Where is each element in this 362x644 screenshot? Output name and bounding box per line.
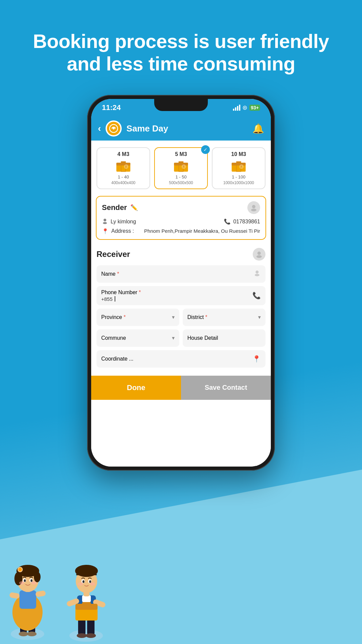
- name-input-icon: [253, 269, 261, 278]
- svg-point-44: [18, 568, 22, 571]
- package-name-5m3: 5 M3: [158, 151, 204, 157]
- svg-point-1: [113, 127, 115, 129]
- svg-point-47: [24, 579, 26, 582]
- svg-point-23: [103, 222, 107, 224]
- wifi-icon: ⊛: [242, 104, 247, 111]
- province-dropdown-arrow: ▾: [172, 314, 175, 320]
- app-content: 4 M3 A 1 - 40 400x400x400: [91, 141, 271, 467]
- svg-point-22: [104, 219, 106, 221]
- characters-container: [0, 547, 114, 644]
- location-icon: 📍: [102, 228, 109, 234]
- app-header: ‹ Same Day 🔔: [91, 116, 271, 141]
- sender-name: Ly kimlong: [111, 219, 136, 225]
- phone-frame: 11:24 ⊛ 93+ ‹: [87, 95, 275, 471]
- done-button[interactable]: Done: [91, 376, 181, 400]
- svg-point-42: [34, 572, 41, 582]
- svg-point-48: [31, 579, 33, 582]
- sender-avatar[interactable]: [247, 201, 260, 214]
- receiver-section: Receiver Name *: [91, 243, 271, 376]
- commune-label: Commune: [101, 335, 126, 341]
- province-label: Province *: [101, 314, 126, 320]
- package-weight-5m3: 1 - 50: [158, 174, 204, 180]
- battery-badge: 93+: [249, 105, 260, 111]
- district-field[interactable]: District * ▾: [183, 309, 265, 326]
- package-icon-10m3: A: [230, 159, 247, 173]
- phone-icon: 📞: [224, 218, 231, 225]
- svg-point-50: [31, 581, 37, 585]
- app-title: Same Day: [126, 123, 248, 134]
- package-card-10m3[interactable]: 10 M3 A 1 - 100 1000x1000x1000: [212, 147, 265, 189]
- svg-rect-37: [35, 590, 46, 597]
- svg-text:A: A: [183, 165, 185, 168]
- province-field[interactable]: Province * ▾: [97, 309, 179, 326]
- svg-point-71: [90, 582, 95, 586]
- receiver-avatar[interactable]: [253, 248, 265, 261]
- bell-icon[interactable]: 🔔: [252, 123, 264, 134]
- receiver-title: Receiver: [97, 250, 130, 259]
- male-character: [59, 547, 114, 644]
- house-label: House Detail: [187, 335, 218, 341]
- app-logo: [106, 120, 122, 137]
- package-dims-10m3: 1000x1000x1000: [215, 180, 262, 185]
- coordinate-label: Coordinate ...: [101, 356, 133, 362]
- package-card-5m3[interactable]: ✓ 5 M3 A 1 - 50 500x500x500: [154, 147, 208, 189]
- svg-point-25: [256, 255, 262, 258]
- svg-point-55: [86, 633, 96, 638]
- address-label: Address :: [111, 228, 134, 234]
- sender-header: Sender ✏️: [102, 201, 260, 214]
- hero-text: Booking process is user friendly and les…: [0, 0, 362, 92]
- save-contact-button[interactable]: Save Contact: [181, 376, 271, 400]
- package-name-10m3: 10 M3: [215, 151, 262, 157]
- package-weight-4m3: 1 - 40: [100, 174, 147, 180]
- commune-house-row: Commune ▾ House Detail: [97, 329, 265, 347]
- coordinate-icon: 📍: [252, 355, 261, 363]
- cursor: [115, 296, 115, 302]
- svg-rect-35: [19, 590, 36, 609]
- commune-field[interactable]: Commune ▾: [97, 329, 179, 347]
- phone-label: Phone Number *: [101, 289, 141, 296]
- status-time: 11:24: [102, 103, 121, 112]
- back-button[interactable]: ‹: [98, 123, 101, 134]
- package-weight-10m3: 1 - 100: [215, 174, 262, 180]
- commune-dropdown-arrow: ▾: [172, 335, 175, 341]
- edit-icon[interactable]: ✏️: [130, 204, 138, 211]
- bottom-buttons: Done Save Contact: [91, 376, 271, 400]
- svg-point-27: [255, 274, 259, 276]
- package-card-4m3[interactable]: 4 M3 A 1 - 40 400x400x400: [97, 147, 150, 189]
- package-dims-4m3: 400x400x400: [100, 180, 147, 185]
- phone-notch: [154, 99, 208, 111]
- package-icon-5m3: A: [173, 159, 189, 173]
- svg-point-26: [256, 271, 259, 274]
- svg-point-70: [78, 582, 83, 586]
- svg-point-20: [252, 205, 255, 208]
- sender-phone: 017839861: [233, 219, 260, 225]
- sender-name-row: Ly kimlong 📞 017839861: [102, 218, 260, 225]
- check-badge-5m3: ✓: [201, 145, 210, 154]
- svg-point-69: [89, 580, 91, 583]
- phone-field[interactable]: Phone Number * +855 📞: [97, 286, 265, 305]
- district-dropdown-arrow: ▾: [258, 314, 261, 320]
- svg-point-31: [19, 632, 28, 636]
- district-label: District *: [187, 314, 207, 320]
- svg-point-49: [19, 581, 24, 585]
- svg-rect-62: [82, 602, 91, 605]
- svg-text:A: A: [125, 165, 127, 168]
- coordinate-field[interactable]: Coordinate ... 📍: [97, 350, 265, 368]
- name-label: Name *: [101, 271, 119, 277]
- sender-address: Phnom Penh,Prampir Meakkakra, Ou Ruessei…: [144, 228, 260, 234]
- package-dims-5m3: 500x500x500: [158, 180, 204, 185]
- signal-icon: [233, 105, 240, 111]
- name-field[interactable]: Name *: [97, 265, 265, 283]
- app-logo-inner: [107, 122, 120, 135]
- package-icon-4m3: A: [115, 159, 132, 173]
- sender-address-row: 📍 Address : Phnom Penh,Prampir Meakkakra…: [102, 228, 260, 234]
- status-icons: ⊛ 93+: [233, 104, 260, 111]
- house-field[interactable]: House Detail: [183, 329, 265, 347]
- svg-point-24: [257, 252, 261, 255]
- phone-prefix: +855: [101, 296, 113, 302]
- sender-title-row: Sender ✏️: [102, 203, 138, 212]
- svg-rect-36: [9, 592, 20, 599]
- svg-point-54: [77, 633, 87, 638]
- package-name-4m3: 4 M3: [100, 151, 147, 157]
- svg-point-32: [27, 632, 37, 636]
